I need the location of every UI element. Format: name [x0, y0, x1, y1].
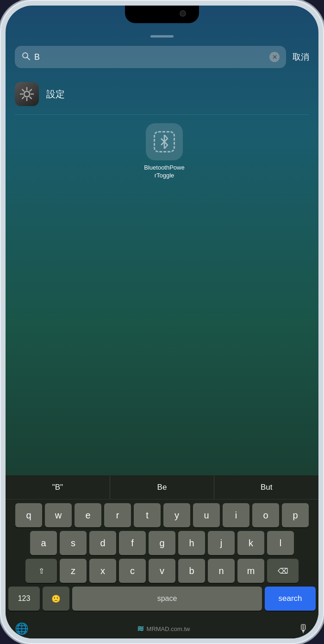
- key-row-3: ⇧ z x c v b n m ⌫: [8, 559, 316, 583]
- search-bar[interactable]: B ✕: [15, 46, 286, 68]
- key-s[interactable]: s: [60, 531, 87, 555]
- key-e[interactable]: e: [75, 503, 101, 527]
- cancel-button[interactable]: 取消: [293, 51, 309, 63]
- key-q[interactable]: q: [15, 503, 42, 527]
- phone-screen: B ✕ 取消: [6, 6, 318, 638]
- keyboard-rows: q w e r t y u i o p a s: [6, 499, 318, 616]
- notch: [125, 6, 199, 23]
- predictive-item-0[interactable]: "B": [6, 475, 110, 499]
- results-section: 設定 BluetoothPowe rToggle: [6, 79, 318, 180]
- svg-line-10: [22, 97, 24, 99]
- key-g[interactable]: g: [149, 531, 175, 555]
- predictive-item-1[interactable]: Be: [110, 475, 215, 499]
- numbers-key[interactable]: 123: [8, 587, 40, 611]
- emoji-key[interactable]: 🙂: [43, 587, 69, 611]
- mic-icon[interactable]: 🎙: [298, 622, 309, 635]
- key-v[interactable]: v: [149, 559, 175, 583]
- predictive-bar: "B" Be But: [6, 475, 318, 499]
- settings-label: 設定: [46, 88, 65, 101]
- key-y[interactable]: y: [163, 503, 190, 527]
- brand: ≋ MRMAD.com.tw: [137, 624, 190, 634]
- camera: [180, 10, 186, 17]
- key-p[interactable]: p: [282, 503, 309, 527]
- key-w[interactable]: w: [45, 503, 72, 527]
- bluetooth-label: BluetoothPowe rToggle: [144, 164, 184, 180]
- search-input[interactable]: B: [34, 52, 266, 62]
- globe-icon[interactable]: 🌐: [15, 622, 29, 635]
- key-row-2: a s d f g h j k l: [8, 531, 316, 555]
- search-key[interactable]: search: [265, 587, 316, 611]
- brand-text: MRMAD.com.tw: [147, 625, 190, 632]
- screen-content: B ✕ 取消: [6, 35, 318, 638]
- search-bar-container: B ✕ 取消: [6, 46, 318, 68]
- key-t[interactable]: t: [134, 503, 161, 527]
- key-m[interactable]: m: [237, 559, 264, 583]
- key-a[interactable]: a: [30, 531, 57, 555]
- keyboard: "B" Be But q w e r t y u i o: [6, 475, 318, 638]
- key-d[interactable]: d: [89, 531, 116, 555]
- key-x[interactable]: x: [89, 559, 116, 583]
- phone-frame: B ✕ 取消: [0, 0, 324, 644]
- svg-line-7: [22, 89, 24, 91]
- drag-indicator[interactable]: [150, 35, 174, 38]
- shift-key[interactable]: ⇧: [25, 559, 57, 583]
- key-c[interactable]: c: [119, 559, 146, 583]
- bluetooth-icon-box: [146, 123, 183, 160]
- settings-icon: [15, 82, 39, 106]
- bluetooth-icon: [154, 131, 175, 152]
- key-r[interactable]: r: [104, 503, 131, 527]
- bluetooth-widget[interactable]: BluetoothPowe rToggle: [19, 123, 309, 180]
- key-u[interactable]: u: [193, 503, 220, 527]
- key-l[interactable]: l: [267, 531, 294, 555]
- brand-logo: ≋: [137, 624, 144, 634]
- svg-line-1: [27, 57, 30, 60]
- key-f[interactable]: f: [119, 531, 146, 555]
- key-j[interactable]: j: [208, 531, 235, 555]
- key-k[interactable]: k: [237, 531, 264, 555]
- clear-button[interactable]: ✕: [269, 52, 280, 62]
- key-n[interactable]: n: [208, 559, 235, 583]
- key-z[interactable]: z: [60, 559, 87, 583]
- list-item[interactable]: 設定: [15, 79, 309, 115]
- svg-point-2: [24, 91, 30, 97]
- predictive-item-2[interactable]: But: [214, 475, 318, 499]
- key-row-4: 123 🙂 space search: [8, 587, 316, 611]
- key-h[interactable]: h: [178, 531, 205, 555]
- backspace-key[interactable]: ⌫: [267, 559, 299, 583]
- key-b[interactable]: b: [178, 559, 205, 583]
- svg-line-8: [30, 97, 31, 99]
- space-key[interactable]: space: [72, 587, 262, 611]
- svg-line-9: [30, 89, 31, 91]
- search-icon: [21, 51, 31, 63]
- key-o[interactable]: o: [252, 503, 279, 527]
- key-row-1: q w e r t y u i o p: [8, 503, 316, 527]
- key-i[interactable]: i: [223, 503, 249, 527]
- bottom-bar: 🌐 ≋ MRMAD.com.tw 🎙: [6, 616, 318, 638]
